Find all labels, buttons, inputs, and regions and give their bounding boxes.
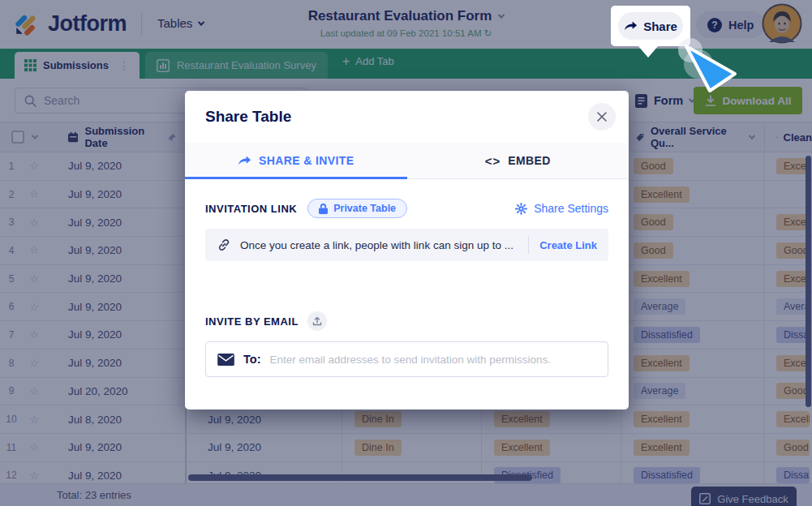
invitation-link-label: INVITATION LINK — [205, 203, 297, 215]
email-input[interactable] — [269, 354, 596, 366]
code-icon: <> — [485, 154, 501, 168]
share-arrow-icon — [624, 20, 638, 32]
share-label: Share — [643, 19, 677, 33]
tab-share-label: SHARE & INVITE — [259, 154, 354, 167]
click-ripple — [684, 49, 713, 79]
tab-share-invite[interactable]: SHARE & INVITE — [185, 143, 407, 178]
share-settings-link[interactable]: Share Settings — [515, 202, 608, 215]
active-tab-underline — [185, 177, 407, 179]
share-settings-label: Share Settings — [534, 202, 608, 215]
upload-contacts-button[interactable] — [307, 311, 327, 331]
link-icon — [217, 238, 231, 252]
tab-embed-label: EMBED — [508, 154, 551, 167]
modal-tabs: SHARE & INVITE <> EMBED — [185, 143, 629, 179]
private-table-badge[interactable]: Private Table — [307, 199, 407, 218]
private-table-label: Private Table — [333, 203, 396, 214]
share-table-modal: Share Table SHARE & INVITE <> EMBED — [185, 91, 629, 410]
create-link-button[interactable]: Create Link — [539, 239, 597, 251]
invitation-link-bar: Once you create a link, people with link… — [205, 229, 608, 261]
share-arrow-icon — [238, 155, 251, 166]
modal-body: INVITATION LINK Private Table — [185, 199, 629, 377]
envelope-icon — [217, 354, 234, 366]
invite-by-email-label: INVITE BY EMAIL — [205, 315, 299, 328]
lock-icon — [319, 204, 328, 214]
tab-embed[interactable]: <> EMBED — [407, 143, 629, 178]
share-button[interactable]: Share — [618, 12, 683, 40]
close-button[interactable] — [588, 103, 616, 131]
gear-icon — [515, 203, 527, 215]
modal-title: Share Table — [205, 108, 291, 126]
upload-icon — [312, 316, 322, 326]
invite-email-field[interactable]: To: — [205, 341, 608, 377]
share-button-spotlight: Share — [611, 6, 690, 46]
close-icon — [596, 111, 608, 122]
divider — [528, 236, 529, 254]
app-window: Jotform Tables Restaurant Evaluation For… — [0, 0, 812, 506]
to-label: To: — [243, 353, 260, 366]
link-hint-text: Once you create a link, people with link… — [240, 239, 518, 251]
modal-header: Share Table — [185, 91, 629, 143]
